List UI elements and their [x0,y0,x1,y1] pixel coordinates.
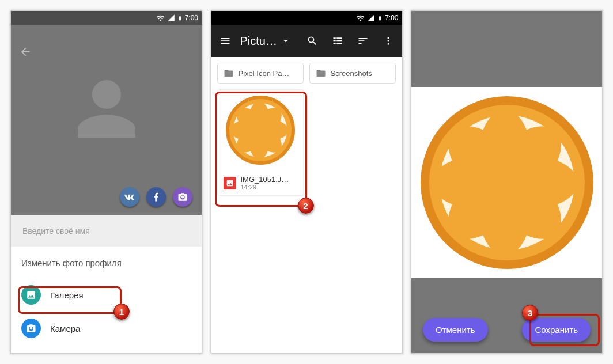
grid-view-icon[interactable] [326,29,349,52]
file-meta: IMG_1051.J… 14:29 [218,170,303,195]
folder-icon [316,68,326,78]
sheet-title: Изменить фото профиля [21,258,191,268]
crop-preview[interactable] [411,87,602,278]
cancel-button[interactable]: Отменить [423,318,488,342]
vk-button[interactable] [120,187,139,207]
name-input[interactable]: Введите своё имя [11,215,202,247]
folder-label: Pixel Icon Pa… [239,69,290,78]
step-badge-2: 2 [298,198,314,214]
wifi-icon [356,14,365,22]
save-button[interactable]: Сохранить [522,318,591,342]
battery-icon [177,14,183,22]
status-time: 7:00 [185,14,198,22]
profile-header [11,25,202,215]
sort-icon[interactable] [351,29,374,52]
folder-label: Screenshots [331,69,372,78]
svg-point-2 [387,43,389,45]
file-thumbnail [218,90,303,170]
camera-button[interactable] [173,187,192,207]
crop-actions: Отменить Сохранить [411,318,602,342]
phone-1-profile: 7:00 Введите своё имя Изменить фото проф… [10,10,202,354]
hamburger-icon[interactable] [214,29,237,52]
picker-toolbar: Pictu… [211,25,402,57]
camera-label: Камера [50,324,80,333]
camera-icon [21,318,41,338]
status-bar: 7:00 [211,11,402,25]
social-buttons [120,187,192,207]
svg-point-0 [387,37,389,39]
image-file-icon [224,177,236,189]
change-photo-sheet: Изменить фото профиля Галерея Камера [11,247,202,353]
gallery-label: Галерея [50,290,84,300]
search-icon[interactable] [301,29,324,52]
svg-point-1 [387,40,389,42]
phone-3-crop: Отменить Сохранить 3 [411,10,603,354]
name-input-placeholder: Введите своё имя [22,226,90,236]
gallery-icon [21,285,41,305]
picker-content: Pixel Icon Pa… Screenshots [211,57,402,202]
cancel-label: Отменить [436,325,475,335]
file-name: IMG_1051.J… [241,175,289,184]
camera-option[interactable]: Камера [21,312,191,345]
chevron-down-icon [281,36,291,46]
picker-title-dropdown[interactable]: Pictu… [239,35,292,48]
signal-icon [367,14,375,22]
folder-icon [224,68,234,78]
overflow-icon[interactable] [377,29,400,52]
step-badge-3: 3 [522,305,538,321]
folder-pixel-icon-pack[interactable]: Pixel Icon Pa… [217,63,304,84]
step-badge-1: 1 [113,304,130,320]
wifi-icon [156,14,165,22]
gallery-option[interactable]: Галерея [21,278,191,312]
avatar-placeholder-icon [72,74,141,143]
status-bar: 7:00 [11,11,202,25]
file-time: 14:29 [241,184,289,191]
back-button[interactable] [19,46,32,60]
phone-2-picker: 7:00 Pictu… Pixel Icon Pa… Scree [211,10,403,354]
file-img-1051[interactable]: IMG_1051.J… 14:29 [217,89,304,196]
battery-icon [377,14,383,22]
folder-screenshots[interactable]: Screenshots [309,63,396,84]
signal-icon [167,14,175,22]
facebook-button[interactable] [146,187,166,207]
save-label: Сохранить [535,325,578,335]
status-time: 7:00 [385,14,398,22]
picker-title-text: Pictu… [240,35,277,48]
